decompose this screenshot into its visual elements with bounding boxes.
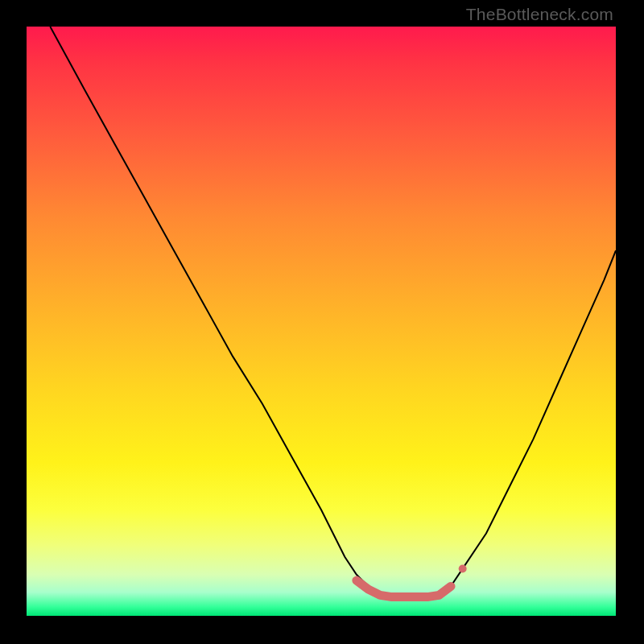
frame-left — [0, 0, 27, 644]
highlight-dot — [459, 564, 467, 572]
frame-bottom — [0, 616, 644, 644]
bottleneck-curve — [50, 27, 616, 598]
highlight-segment — [357, 580, 451, 597]
chart-plot-area — [27, 27, 616, 616]
frame-right — [616, 0, 644, 644]
watermark-text: TheBottleneck.com — [466, 5, 613, 24]
chart-svg — [27, 27, 616, 616]
